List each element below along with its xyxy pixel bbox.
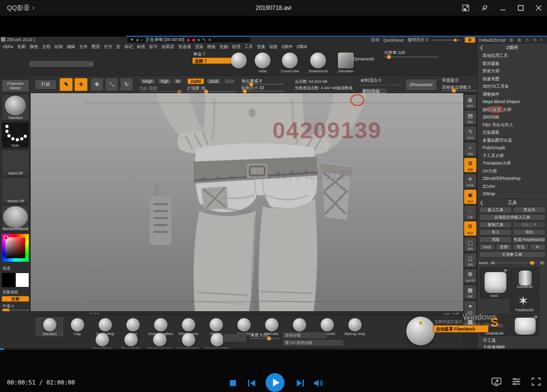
tray-brush-GroomHairLong[interactable]: GroomHairLong — [147, 333, 172, 350]
m-button[interactable]: M — [173, 78, 182, 84]
menu-文件[interactable]: 文件 — [78, 44, 89, 50]
shelf-icon-rxyz[interactable]: RRxyz — [464, 221, 477, 236]
close-button[interactable] — [535, 4, 542, 11]
mid-value-label[interactable]: 中值 0 — [2, 303, 14, 309]
menu-图层[interactable]: 图层 — [90, 44, 102, 50]
menu-缩放[interactable]: 缩放 — [268, 44, 279, 50]
menu-Z脚本[interactable]: Z脚本 — [295, 44, 309, 50]
move-button[interactable]: ✥ — [90, 78, 104, 91]
default-zscript-label[interactable]: DefaultZScript — [479, 38, 506, 43]
zadd-button[interactable]: Zadd — [187, 78, 204, 84]
scale-button[interactable]: ⤡ — [105, 78, 118, 91]
tool-button[interactable]: 从项目文件载入工具 — [479, 214, 546, 221]
shelf-icon-滚动[interactable]: ▤滚动 — [464, 110, 477, 125]
zcut-button[interactable]: Zcut — [223, 78, 236, 84]
tool-thumb-PolyMesh3D[interactable]: ✶PolyMesh3D — [510, 291, 539, 313]
color-picker[interactable] — [2, 234, 29, 262]
undo-history-label[interactable]: 撤销历史 0 — [408, 37, 428, 43]
tool-button[interactable]: 粘贴工具 — [513, 222, 546, 228]
shelf-icon-100%[interactable]: ％100% — [464, 126, 477, 141]
tray-brush-GroomClumps[interactable]: GroomClumps — [175, 333, 201, 350]
collapse-arrow-icon[interactable]: ❮ — [480, 44, 484, 51]
tool-button[interactable]: 克隆 — [479, 236, 512, 243]
subtool-section[interactable]: 子工具 — [478, 337, 547, 344]
uv-autogroup-button[interactable]: 按 UV 自动分组 — [282, 339, 344, 346]
playlist-settings-icon[interactable] — [511, 377, 521, 386]
brush-shortcut-SnakeHook[interactable]: SnakeHook — [308, 53, 328, 73]
quicksave-button[interactable]: QuickSave — [383, 38, 404, 43]
recorder-menu-icon[interactable]: ▼ — [130, 38, 134, 42]
zplugin-item[interactable]: PolyGroupIt — [483, 144, 544, 152]
zscript-play-button[interactable]: ≣ — [465, 37, 475, 43]
zplugin-item[interactable]: ZBrush到Photoshop — [483, 175, 544, 183]
tool-button[interactable]: R — [530, 244, 546, 250]
draw-size-slider[interactable]: 绘制大小 33 — [241, 86, 283, 91]
rgb-button[interactable]: Rgb — [158, 78, 171, 84]
menu-材质[interactable]: 材质 — [135, 44, 147, 50]
menu-影片[interactable]: 影片 — [148, 44, 159, 50]
menu-首选项[interactable]: 首选项 — [177, 44, 193, 50]
shelf-icon-透明[interactable]: ▢透明 — [464, 237, 477, 252]
shelf-icon-单独[interactable]: ◻单独 — [464, 253, 477, 268]
zplugin-item[interactable]: 快速草图 — [483, 75, 544, 83]
brush-shortcut-CurveTube[interactable]: CurveTube — [280, 53, 300, 73]
shelf-icon-框架[interactable]: ▦框架 — [464, 284, 477, 299]
switch-color-label[interactable]: 切换颜色 — [2, 289, 18, 295]
brush-shortcut-current[interactable] — [229, 53, 249, 69]
z-intensity-slider[interactable]: Z 强度 35 — [187, 87, 236, 92]
mid-value-slider[interactable] — [1, 309, 29, 311]
quickpick-dropdown[interactable]: ▾ — [29, 60, 94, 67]
tray-brush-Clay[interactable]: Clay — [64, 318, 90, 336]
volume-button[interactable] — [313, 378, 324, 390]
shelf-icon-缩放[interactable]: ⌕缩放 — [464, 142, 477, 157]
menu-宏[interactable]: 宏 — [115, 44, 122, 50]
zplugin-item[interactable]: FBX 导出与导入 — [483, 121, 544, 129]
undo-history-slider[interactable] — [432, 40, 461, 41]
rgb-intensity-slider[interactable]: Rgb 强度 — [140, 87, 182, 92]
zplugin-item[interactable]: ZWrap — [483, 190, 544, 198]
recorder-pen-icon[interactable]: ✎ — [202, 38, 206, 42]
menu-笔刷[interactable]: 笔刷 — [16, 44, 27, 50]
shelf-icon-透视[interactable]: ≣透视 — [464, 158, 477, 172]
collapse-arrow-icon[interactable]: ❮ — [480, 199, 484, 206]
tool-thumb-kuzi1[interactable]: 34kuzi1 — [480, 268, 509, 298]
slot-alpha-off[interactable]: Alpha Off — [1, 150, 29, 176]
alt-color-button[interactable]: 交替 — [1, 296, 29, 302]
main-color-swatch[interactable] — [1, 273, 15, 287]
zplugin-item[interactable]: UV大师 — [483, 168, 544, 175]
tool-button[interactable]: 复制工具 — [479, 222, 512, 228]
menu-变换[interactable]: 变换 — [255, 44, 267, 50]
tool-button[interactable]: 灯箱▶工具 — [479, 251, 546, 258]
menu-笔触[interactable]: 笔触 — [218, 44, 229, 50]
zplugin-item[interactable]: 调整插件 — [483, 91, 544, 99]
menu-拾取器[interactable]: 拾取器 — [160, 44, 176, 50]
minimize-button[interactable] — [499, 4, 506, 11]
tool-button[interactable]: 载入工具 — [479, 207, 512, 213]
tray-text-field[interactable] — [223, 334, 247, 342]
resolution-slider[interactable]: 分辨率 128 — [384, 55, 438, 59]
tool-button[interactable]: 导入 — [479, 229, 512, 235]
shelf-icon-line-fb[interactable]: 〓Line FB — [464, 269, 477, 283]
zplugin-item[interactable]: 3D打印工具集 — [483, 83, 544, 91]
thickness-slider[interactable]: 厚度 0.02 — [250, 334, 279, 339]
pin-icon[interactable] — [481, 4, 489, 12]
slot-texture-off[interactable]: Texture Off — [1, 177, 29, 204]
tool-button[interactable]: 另存为 — [513, 207, 546, 213]
autogroup-button[interactable]: 自动分组 — [282, 332, 327, 339]
menu-Z插件[interactable]: Z插件 — [280, 44, 294, 50]
recorder-close-icon[interactable]: ✕ — [208, 38, 212, 42]
shelf-icon-bpr[interactable]: ◍BPR — [464, 94, 477, 109]
zplugin-item[interactable]: 交集提取 — [483, 129, 544, 137]
menu-纹理[interactable]: 纹理 — [230, 44, 242, 50]
mini-mode-icon[interactable] — [462, 4, 470, 12]
menu-Alpha[interactable]: Alpha — [1, 44, 15, 50]
zplugin-item[interactable]: 投射大师 — [483, 67, 544, 75]
zplugin-item[interactable]: 子工具大师 — [483, 152, 544, 160]
stop-button[interactable] — [229, 379, 237, 389]
zplugin-item[interactable]: 抽取[减面] 大师 — [483, 106, 544, 114]
zplugin-item[interactable]: Transpose大师 — [483, 160, 544, 168]
projection-master-button[interactable]: Projection Master — [1, 79, 29, 92]
tool-thumb-kuzi1[interactable]: 34kuzi1 — [510, 314, 539, 336]
automask-fibermesh-button[interactable]: 自动遮罩 FiberMesh — [433, 325, 489, 333]
tool-button[interactable]: 可见 — [513, 244, 529, 250]
